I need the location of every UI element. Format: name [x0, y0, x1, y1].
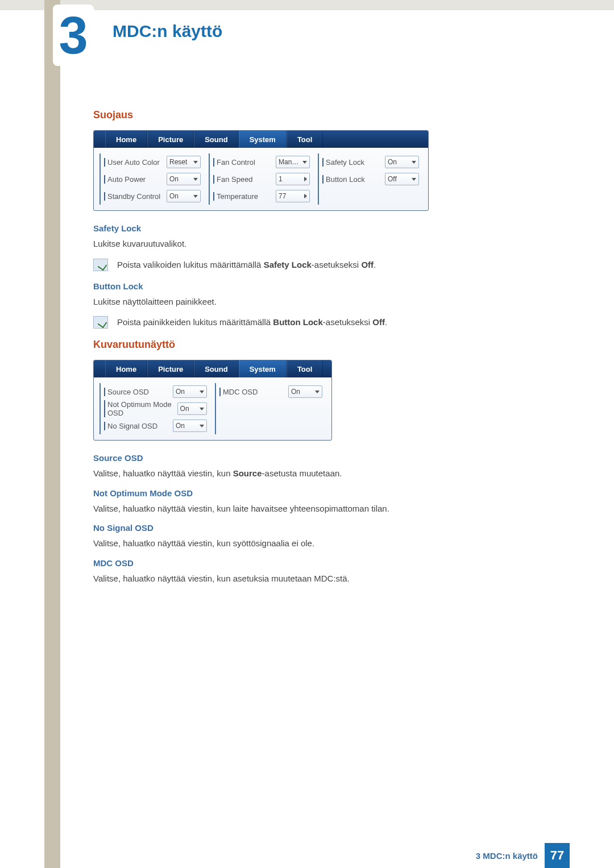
side-accent-bar: [44, 0, 60, 868]
page-number: 77: [545, 843, 570, 868]
section-heading-osd: Kuvaruutunäyttö: [93, 339, 542, 351]
row-auto-power: Auto Power On: [104, 171, 201, 188]
panel-body: User Auto Color Reset Auto Power On Stan…: [94, 148, 428, 210]
tab-home[interactable]: Home: [105, 131, 147, 148]
page-content: Suojaus Home Picture Sound System Tool U…: [93, 109, 542, 593]
text-source-osd: Valitse, haluatko näyttää viestin, kun S…: [93, 467, 542, 480]
tab-picture[interactable]: Picture: [147, 131, 194, 148]
row-safety-lock: Safety Lock On: [322, 153, 419, 171]
subheading-button-lock: Button Lock: [93, 281, 542, 291]
note-safety-lock: Poista valikoiden lukitus määrittämällä …: [93, 259, 542, 271]
chevron-down-icon: [200, 391, 204, 393]
row-user-auto-color: User Auto Color Reset: [104, 153, 201, 171]
chevron-down-icon: [193, 161, 198, 164]
chapter-number: 3: [59, 9, 88, 61]
dropdown-safety-lock[interactable]: On: [385, 156, 419, 168]
subheading-no-signal-osd: No Signal OSD: [93, 523, 542, 533]
label-auto-power: Auto Power: [104, 175, 146, 184]
dropdown-source-osd[interactable]: On: [173, 385, 207, 398]
tab-picture[interactable]: Picture: [147, 360, 194, 377]
row-button-lock: Button Lock Off: [322, 171, 419, 188]
panel-col-1: Source OSD On Not Optimum Mode OSD On No…: [99, 383, 210, 434]
dropdown-mdc-osd[interactable]: On: [288, 385, 322, 398]
section-heading-security: Suojaus: [93, 109, 542, 121]
page-footer: 3 MDC:n käyttö 77: [0, 843, 614, 868]
label-mdc-osd: MDC OSD: [219, 388, 258, 396]
row-mdc-osd: MDC OSD On: [219, 383, 322, 400]
label-safety-lock: Safety Lock: [322, 158, 364, 167]
label-temperature: Temperature: [213, 192, 258, 201]
tab-home[interactable]: Home: [105, 360, 147, 377]
label-not-optimum-osd: Not Optimum Mode OSD: [104, 400, 177, 417]
row-fan-speed: Fan Speed 1: [213, 171, 310, 188]
chevron-down-icon: [412, 178, 416, 181]
stepper-temperature[interactable]: 77: [276, 190, 310, 202]
tab-system[interactable]: System: [239, 131, 287, 148]
row-standby-control: Standby Control On: [104, 188, 201, 205]
chevron-down-icon: [193, 195, 198, 198]
tab-tool[interactable]: Tool: [287, 360, 323, 377]
chevron-down-icon: [315, 391, 320, 393]
dropdown-auto-power[interactable]: On: [167, 173, 201, 185]
label-source-osd: Source OSD: [104, 388, 149, 396]
row-source-osd: Source OSD On: [104, 383, 207, 400]
label-no-signal-osd: No Signal OSD: [104, 422, 157, 430]
row-no-signal-osd: No Signal OSD On: [104, 417, 207, 434]
subheading-source-osd: Source OSD: [93, 453, 542, 463]
chevron-down-icon: [302, 161, 307, 164]
row-not-optimum-osd: Not Optimum Mode OSD On: [104, 400, 207, 417]
subheading-safety-lock: Safety Lock: [93, 223, 542, 233]
note-icon: [93, 316, 108, 329]
tab-sound[interactable]: Sound: [194, 131, 238, 148]
note-text: Poista painikkeiden lukitus määrittämäll…: [117, 316, 387, 328]
label-standby-control: Standby Control: [104, 192, 160, 201]
text-no-signal-osd: Valitse, haluatko näyttää viestin, kun s…: [93, 537, 542, 550]
chevron-right-icon: [304, 177, 307, 181]
label-user-auto-color: User Auto Color: [104, 158, 160, 167]
text-button-lock: Lukitse näyttölaitteen painikkeet.: [93, 296, 542, 309]
label-fan-control: Fan Control: [213, 158, 255, 167]
subheading-mdc-osd: MDC OSD: [93, 558, 542, 568]
osd-panel: Home Picture Sound System Tool Source OS…: [93, 360, 332, 441]
footer-chapter-ref: 3 MDC:n käyttö: [476, 851, 538, 861]
chapter-title: MDC:n käyttö: [113, 22, 222, 41]
tab-system[interactable]: System: [239, 360, 287, 377]
dropdown-user-auto-color[interactable]: Reset: [167, 156, 201, 168]
panel-body: Source OSD On Not Optimum Mode OSD On No…: [94, 377, 331, 440]
chevron-down-icon: [200, 408, 204, 410]
dropdown-standby-control[interactable]: On: [167, 190, 201, 202]
row-fan-control: Fan Control Man…: [213, 153, 310, 171]
note-icon: [93, 259, 108, 271]
label-fan-speed: Fan Speed: [213, 175, 253, 184]
tab-sound[interactable]: Sound: [194, 360, 238, 377]
text-not-optimum-osd: Valitse, haluatko näyttää viestin, kun l…: [93, 502, 542, 516]
panel-tabs: Home Picture Sound System Tool: [94, 131, 428, 148]
note-button-lock: Poista painikkeiden lukitus määrittämäll…: [93, 316, 542, 329]
dropdown-not-optimum-osd[interactable]: On: [177, 402, 207, 415]
panel-tabs: Home Picture Sound System Tool: [94, 360, 331, 377]
stepper-fan-speed[interactable]: 1: [276, 173, 310, 185]
panel-col-3: Safety Lock On Button Lock Off: [318, 153, 422, 205]
note-text: Poista valikoiden lukitus määrittämällä …: [117, 259, 376, 271]
chapter-number-badge: 3: [53, 5, 94, 66]
label-button-lock: Button Lock: [322, 175, 365, 184]
chevron-down-icon: [200, 425, 204, 427]
security-panel: Home Picture Sound System Tool User Auto…: [93, 130, 429, 211]
tab-tool[interactable]: Tool: [287, 131, 323, 148]
dropdown-no-signal-osd[interactable]: On: [173, 420, 207, 432]
panel-col-2: Fan Control Man… Fan Speed 1 Temperature…: [209, 153, 313, 205]
panel-col-1: User Auto Color Reset Auto Power On Stan…: [99, 153, 204, 205]
panel-col-2: MDC OSD On: [215, 383, 326, 434]
dropdown-fan-control[interactable]: Man…: [276, 156, 310, 168]
text-safety-lock: Lukitse kuvaruutuvalikot.: [93, 238, 542, 251]
dropdown-button-lock[interactable]: Off: [385, 173, 419, 185]
chevron-down-icon: [412, 161, 416, 164]
chevron-right-icon: [304, 194, 307, 198]
chevron-down-icon: [193, 178, 198, 181]
subheading-not-optimum-osd: Not Optimum Mode OSD: [93, 488, 542, 498]
row-temperature: Temperature 77: [213, 188, 310, 205]
text-mdc-osd: Valitse, haluatko näyttää viestin, kun a…: [93, 572, 542, 585]
